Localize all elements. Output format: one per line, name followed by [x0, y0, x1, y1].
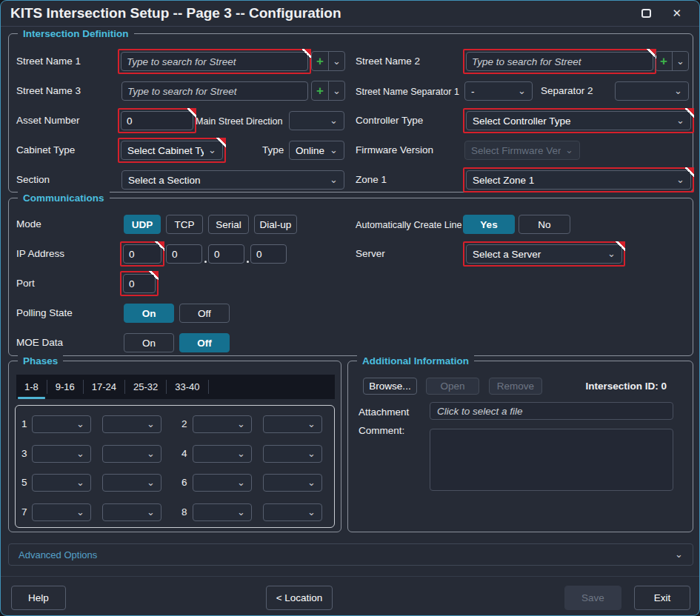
intersection-id-text: Intersection ID: 0 [570, 381, 667, 392]
close-icon[interactable]: ✕ [672, 7, 681, 20]
mode-dialup-button[interactable]: Dial-up [254, 215, 297, 234]
street-name-2-validation [463, 49, 656, 74]
street-name-3-dropdown-button[interactable]: ⌄ [329, 81, 344, 100]
exit-button[interactable]: Exit [634, 586, 690, 610]
cabinet-type-value: Select Cabinet Type [127, 145, 204, 156]
comment-textarea[interactable] [430, 429, 673, 491]
polling-state-off-button[interactable]: Off [179, 304, 230, 323]
add-street-icon[interactable]: + [656, 52, 673, 70]
section-value: Select a Section [128, 175, 325, 186]
cabinet-type-validation: Select Cabinet Type ⌄ [118, 138, 226, 163]
add-street-icon[interactable]: + [312, 81, 329, 100]
tab-33-40[interactable]: 33-40 [167, 375, 207, 399]
help-button[interactable]: Help [11, 586, 66, 610]
advanced-options-expander[interactable]: Advanced Options ⌄ [8, 543, 693, 566]
separator-1-dropdown[interactable]: - ⌄ [464, 81, 533, 101]
chevron-down-icon: ⌄ [518, 87, 526, 95]
moe-data-on-button[interactable]: On [124, 333, 174, 352]
tab-25-32[interactable]: 25-32 [125, 375, 166, 399]
open-button: Open [426, 378, 479, 395]
main-street-direction-label: Main Street Direction [196, 116, 283, 127]
section-label: Section [16, 174, 50, 186]
add-street-icon[interactable]: + [312, 52, 329, 70]
comment-label: Comment: [359, 425, 404, 437]
cabinet-type-dropdown[interactable]: Select Cabinet Type ⌄ [121, 141, 223, 160]
auto-create-line-yes-button[interactable]: Yes [463, 215, 515, 234]
zone-1-label: Zone 1 [356, 174, 387, 186]
chevron-down-icon: ⌄ [237, 450, 245, 458]
auto-create-line-no-button[interactable]: No [519, 215, 570, 234]
attachment-field[interactable]: Click to select a file [430, 402, 673, 420]
server-dropdown[interactable]: Select a Server ⌄ [466, 244, 622, 264]
zone-1-value: Select Zone 1 [473, 175, 672, 186]
ip-octet-4-input[interactable] [250, 244, 287, 264]
ip-octet-2-input[interactable] [166, 244, 202, 264]
phase-2-dropdown-b[interactable]: ⌄ [263, 415, 322, 433]
phase-2-dropdown-a[interactable]: ⌄ [193, 415, 252, 433]
chevron-down-icon: ⌄ [565, 147, 573, 154]
moe-data-off-button[interactable]: Off [179, 333, 230, 352]
mode-udp-button[interactable]: UDP [124, 215, 161, 234]
type-value: Online [296, 145, 325, 156]
type-dropdown[interactable]: Online ⌄ [289, 141, 344, 160]
separator-2-dropdown[interactable]: ⌄ [615, 81, 689, 101]
street-name-2-dropdown-button[interactable]: ⌄ [673, 52, 688, 70]
browse-button[interactable]: Browse... [363, 378, 417, 395]
location-button[interactable]: < Location [266, 586, 333, 610]
zone-1-validation: Select Zone 1 ⌄ [463, 167, 694, 192]
phase-7-dropdown-a[interactable]: ⌄ [32, 503, 91, 521]
street-name-1-dropdown-button[interactable]: ⌄ [329, 52, 344, 70]
phase-3-dropdown-a[interactable]: ⌄ [32, 445, 91, 463]
mode-tcp-button[interactable]: TCP [166, 215, 203, 234]
phase-4-dropdown-a[interactable]: ⌄ [193, 445, 252, 463]
phase-1-dropdown-b[interactable]: ⌄ [102, 415, 161, 433]
ip-octet-1-input[interactable] [123, 244, 161, 264]
phase-3-dropdown-b[interactable]: ⌄ [102, 445, 161, 463]
moe-data-label: MOE Data [16, 337, 63, 349]
selected-tab-underline [18, 397, 45, 399]
chevron-down-icon: ⌄ [147, 450, 155, 458]
phase-6-dropdown-b[interactable]: ⌄ [263, 474, 322, 492]
phase-4-dropdown-b[interactable]: ⌄ [263, 445, 322, 463]
window-title: KITS Intersection Setup -- Page 3 -- Con… [1, 5, 341, 21]
save-button: Save [564, 586, 621, 610]
maximize-restore-icon[interactable] [641, 9, 651, 18]
tab-label: 33-40 [175, 381, 199, 392]
controller-type-value: Select Controller Type [473, 116, 672, 127]
street-name-1-input[interactable] [121, 52, 308, 71]
phase-7-dropdown-b[interactable]: ⌄ [102, 503, 161, 521]
phase-1-dropdown-a[interactable]: ⌄ [32, 415, 91, 433]
controller-type-dropdown[interactable]: Select Controller Type ⌄ [466, 111, 691, 130]
asset-number-input[interactable] [121, 111, 193, 130]
tab-17-24[interactable]: 17-24 [84, 375, 124, 399]
mode-serial-button[interactable]: Serial [208, 215, 249, 234]
chevron-down-icon: ⌄ [147, 509, 155, 516]
port-input[interactable] [123, 274, 156, 293]
phase-5-dropdown-b[interactable]: ⌄ [102, 474, 161, 492]
phase-8-dropdown-b[interactable]: ⌄ [263, 503, 322, 521]
auto-create-line-label: Automatically Create Line [356, 219, 462, 231]
ip-dot [204, 261, 207, 263]
tab-1-8[interactable]: 1-8 [16, 375, 47, 399]
tab-label: 1-8 [24, 381, 39, 392]
phases-tab-strip: 1-8 9-16 17-24 25-32 33-40 [16, 375, 335, 399]
advanced-options-label: Advanced Options [19, 549, 670, 560]
cabinet-type-label: Cabinet Type [16, 144, 75, 156]
street-name-2-input[interactable] [466, 52, 653, 71]
section-dropdown[interactable]: Select a Section ⌄ [121, 170, 344, 190]
polling-state-label: Polling State [16, 307, 73, 319]
communications-group: Communications Mode UDP TCP Serial Dial-… [8, 198, 693, 356]
polling-state-on-button[interactable]: On [124, 304, 174, 323]
ip-octet-3-input[interactable] [208, 244, 244, 264]
chevron-down-icon: ⌄ [675, 551, 683, 558]
tab-9-16[interactable]: 9-16 [47, 375, 83, 399]
street-name-3-input[interactable] [121, 81, 308, 101]
street-name-1-split-button: + ⌄ [311, 51, 345, 71]
chevron-down-icon: ⌄ [76, 450, 84, 458]
main-street-direction-dropdown[interactable]: ⌄ [289, 111, 344, 130]
zone-1-dropdown[interactable]: Select Zone 1 ⌄ [466, 170, 691, 190]
phase-8-dropdown-a[interactable]: ⌄ [193, 503, 252, 521]
phase-5-dropdown-a[interactable]: ⌄ [32, 474, 91, 492]
phase-6-dropdown-a[interactable]: ⌄ [193, 474, 252, 492]
tab-label: 17-24 [92, 381, 116, 392]
